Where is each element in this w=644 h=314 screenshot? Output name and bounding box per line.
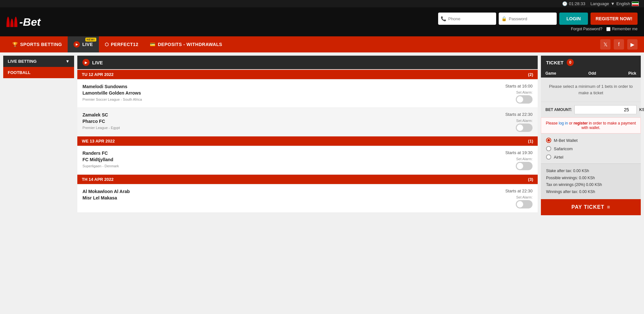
twitter-button[interactable]: 𝕏 — [600, 39, 610, 50]
sidebar-header[interactable]: LIVE BETTING ▼ — [3, 56, 74, 67]
method-mbet-wallet[interactable]: M-Bet Wallet — [546, 138, 636, 143]
alarm-toggle-0[interactable] — [516, 95, 533, 104]
match-card-1: Zamalek SC Pharco FC Premier League - Eg… — [77, 108, 538, 136]
match-league-1: Premier League - Egypt — [82, 126, 481, 130]
match-team1-3: Al Mokawloon Al Arab — [82, 189, 481, 195]
ticket-cols: Game Odd Pick — [541, 69, 641, 78]
method-safaricom-label: Safaricom — [554, 146, 573, 151]
match-team1-0: Mamelodi Sundowns — [82, 84, 481, 90]
live-title: LIVE — [92, 60, 103, 65]
card-icon: 💳 — [150, 42, 156, 47]
date-count-1: (1) — [528, 139, 533, 143]
register-link[interactable]: register — [573, 121, 588, 125]
phone-input-wrap: 📞 — [438, 13, 496, 25]
play-icon: ▶ — [73, 41, 80, 48]
sidebar-item-football-label: FOOTBALL — [8, 70, 31, 75]
nav-item-live[interactable]: ▶ LIVE NEW! — [68, 36, 99, 52]
match-league-2: Superligaen - Denmark — [82, 164, 481, 168]
radio-safaricom[interactable] — [546, 146, 551, 151]
youtube-button[interactable]: ▶ — [627, 39, 638, 50]
match-info-3: Al Mokawloon Al Arab Misr Lel Makasa — [82, 189, 481, 202]
sidebar-header-label: LIVE BETTING — [8, 59, 37, 64]
match-time-2: Starts at 19:30 — [505, 150, 533, 155]
alarm-label-0: Set Alarm: — [516, 90, 533, 94]
remember-me-label[interactable]: Remember me — [606, 27, 638, 31]
date-label-0: TU 12 APR 2022 — [82, 72, 114, 77]
alarm-label-1: Set Alarm: — [516, 119, 533, 123]
remember-me-checkbox[interactable] — [606, 27, 610, 31]
alarm-toggle-3[interactable] — [516, 200, 533, 208]
pay-ticket-label: PAY TICKET — [572, 204, 604, 210]
col-game: Game — [545, 71, 556, 76]
ticket-header: TICKET 0 — [541, 56, 641, 69]
method-airtel-label: Airtel — [554, 155, 563, 160]
bet-amount-input[interactable] — [574, 105, 637, 114]
match-card-3: Al Mokawloon Al Arab Misr Lel Makasa Sta… — [77, 185, 538, 212]
new-badge: NEW! — [85, 38, 96, 42]
date-count-0: (2) — [528, 72, 533, 77]
method-safaricom[interactable]: Safaricom — [546, 146, 636, 151]
password-input[interactable] — [509, 16, 554, 21]
match-team1-2: Randers FC — [82, 150, 481, 157]
radio-airtel[interactable] — [546, 154, 551, 160]
ticket-summary: Stake after tax: 0.00 KSh Possible winni… — [541, 163, 641, 199]
date-count-2: (3) — [528, 177, 533, 182]
match-right-0: Starts at 16:00 Set Alarm: — [481, 84, 533, 104]
match-team2-1: Pharco FC — [82, 118, 481, 125]
nav-label-live: LIVE — [82, 42, 93, 47]
language-label: Language — [591, 1, 609, 6]
date-header-2: TH 14 APR 2022 (3) — [77, 175, 538, 184]
nav-label-deposits: DEPOSITS - WITHDRAWALS — [158, 42, 222, 47]
clock-time: 01:28:33 — [569, 1, 585, 6]
phone-input[interactable] — [448, 16, 494, 21]
ticket-title: TICKET — [546, 60, 563, 65]
logo[interactable]: -Bet — [6, 16, 41, 28]
language-selector[interactable]: Language ▼ English — [591, 1, 639, 6]
method-airtel[interactable]: Airtel — [546, 154, 636, 160]
forgot-password-link[interactable]: Forgot Password? — [571, 27, 602, 31]
match-info-0: Mamelodi Sundowns Lamontville Golden Arr… — [82, 84, 481, 101]
match-card-0: Mamelodi Sundowns Lamontville Golden Arr… — [77, 80, 538, 107]
ticket-panel: TICKET 0 Game Odd Pick Please select a m… — [541, 56, 641, 215]
payment-warning-or: or — [569, 121, 572, 125]
bet-amount-row: BET AMOUNT: KSH — [541, 102, 641, 117]
header: -Bet 📞 🔒 LOGIN REGISTER NOW! Forgot Pass… — [0, 7, 644, 36]
date-label-1: WE 13 APR 2022 — [82, 139, 115, 143]
kenya-flag — [632, 2, 639, 6]
date-header-1: WE 13 APR 2022 (1) — [77, 136, 538, 146]
login-button[interactable]: LOGIN — [559, 13, 588, 25]
phone-icon: 📞 — [441, 16, 446, 21]
center-content: ▶ LIVE TU 12 APR 2022 (2) Mamelodi Sundo… — [77, 56, 538, 213]
match-info-2: Randers FC FC Midtjylland Superligaen - … — [82, 150, 481, 168]
alarm-label-2: Set Alarm: — [516, 157, 533, 161]
nav-item-deposits[interactable]: 💳 DEPOSITS - WITHDRAWALS — [144, 36, 228, 52]
password-input-wrap: 🔒 — [499, 13, 557, 25]
header-right: 📞 🔒 LOGIN REGISTER NOW! Forgot Password?… — [438, 13, 638, 31]
login-link[interactable]: log in — [559, 121, 568, 125]
alarm-wrap-2: Set Alarm: — [516, 157, 533, 170]
nav-item-sports-betting[interactable]: 🏆 SPORTS BETTING — [6, 36, 68, 52]
chevron-icon: ▼ — [65, 59, 70, 64]
alarm-toggle-2[interactable] — [516, 162, 533, 170]
live-play-icon: ▶ — [82, 59, 90, 66]
tax-on-winnings: Tax on winnings (20%) 0.00 KSh — [546, 181, 636, 189]
match-league-0: Premier Soccer League - South Africa — [82, 97, 481, 101]
payment-warning: Please log in or register in order to ma… — [541, 117, 641, 134]
match-time-0: Starts at 16:00 — [505, 84, 533, 88]
bet-amount-label: BET AMOUNT: — [545, 107, 572, 112]
stake-after-tax: Stake after tax: 0.00 KSh — [546, 168, 636, 175]
register-button[interactable]: REGISTER NOW! — [591, 13, 638, 25]
radio-mbet-wallet[interactable] — [546, 138, 551, 143]
clock: 🕐 01:28:33 — [562, 1, 585, 6]
alarm-toggle-1[interactable] — [516, 124, 533, 132]
pay-ticket-button[interactable]: PAY TICKET ≡ — [541, 199, 641, 215]
match-right-2: Starts at 19:30 Set Alarm: — [481, 150, 533, 170]
alarm-wrap-1: Set Alarm: — [516, 119, 533, 132]
trophy-icon: 🏆 — [12, 42, 18, 47]
facebook-button[interactable]: f — [614, 39, 624, 50]
header-sub: Forgot Password? Remember me — [571, 27, 638, 31]
nav-item-perfect12[interactable]: ⬡ PERFECT12 — [99, 36, 144, 52]
sidebar-item-football[interactable]: FOOTBALL — [3, 67, 74, 78]
nav-label-perfect12: PERFECT12 — [111, 42, 138, 47]
match-card-2: Randers FC FC Midtjylland Superligaen - … — [77, 146, 538, 174]
